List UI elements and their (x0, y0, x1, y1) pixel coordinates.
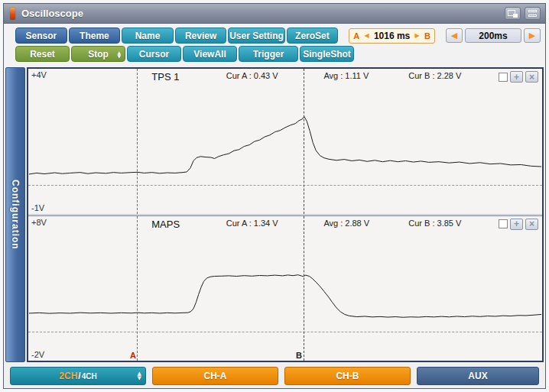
cursor-delta-value: 1016 ms (374, 31, 410, 41)
cursor-a-line[interactable] (137, 69, 138, 214)
app-icon (10, 8, 15, 20)
scope-panel-tps1: +4V -1V TPS 1 Cur A : 0.43 V Avg : 1.11 … (28, 69, 542, 214)
left-triangle-icon: ◀ (364, 32, 369, 39)
cursor-a-line[interactable] (137, 216, 138, 361)
cursor-b-readout: Cur B : 3.85 V (408, 219, 461, 228)
cursor-a-readout: Cur A : 0.43 V (226, 71, 278, 80)
channel-b-button[interactable]: CH-B (284, 367, 411, 385)
average-readout: Avg : 1.11 V (323, 71, 369, 80)
oscilloscope-window: Oscilloscope Sensor Theme Name Review Us… (3, 3, 546, 389)
window-layout-icon[interactable] (525, 7, 541, 20)
timebase-value: 200ms (465, 28, 521, 43)
user-setting-button[interactable]: User Setting (228, 28, 284, 44)
sensor-button[interactable]: Sensor (15, 28, 67, 44)
cursor-a-tag: A (353, 31, 359, 40)
trigger-button[interactable]: Trigger (239, 46, 298, 62)
channel-checkbox[interactable] (499, 73, 508, 82)
vmax-label: +8V (31, 218, 47, 227)
channel-a-button[interactable]: CH-A (152, 367, 278, 385)
channel-checkbox[interactable] (499, 219, 508, 228)
configuration-tab-label: Configuration (10, 180, 21, 250)
configuration-tab[interactable]: Configuration (5, 67, 25, 362)
channel-mode-button[interactable]: 2CH / 4CH ▲▼ (10, 367, 146, 385)
cursor-b-readout: Cur B : 2.28 V (408, 71, 461, 80)
spinner-arrows-icon: ▲▼ (138, 371, 141, 381)
channel-name: MAPS (151, 219, 180, 230)
average-readout: Avg : 2.88 V (323, 219, 369, 228)
zeroset-button[interactable]: ZeroSet (287, 28, 339, 44)
scope-panels: +4V -1V TPS 1 Cur A : 0.43 V Avg : 1.11 … (27, 67, 544, 362)
close-icon[interactable]: × (525, 71, 538, 83)
expand-icon[interactable]: + (510, 71, 523, 83)
zero-volt-line (28, 185, 542, 186)
vmax-label: +4V (31, 70, 47, 79)
screen-capture-icon[interactable] (505, 7, 521, 20)
timebase-increase-button[interactable]: ▶ (524, 28, 541, 43)
spinner-arrows-icon: ▲▼ (117, 50, 121, 58)
timebase-control: ◀ 200ms ▶ (446, 28, 541, 43)
vmin-label: -1V (31, 203, 44, 212)
maps-waveform (28, 216, 542, 361)
review-button[interactable]: Review (175, 28, 227, 44)
viewall-button[interactable]: ViewAll (183, 46, 237, 62)
expand-icon[interactable]: + (510, 219, 523, 230)
cursor-b-marker: B (296, 351, 302, 360)
cursor-a-marker: A (130, 351, 136, 360)
mode-4ch-label: 4CH (82, 372, 97, 381)
timebase-decrease-button[interactable]: ◀ (446, 28, 463, 43)
singleshot-button[interactable]: SingleShot (300, 46, 354, 62)
scope-panel-maps: +8V -2V MAPS Cur A : 1.34 V Avg : 2.88 V… (28, 215, 542, 361)
cursor-delta-readout: A ◀ 1016 ms ▶ B (349, 28, 435, 44)
cursor-b-line[interactable] (304, 69, 304, 214)
cursor-b-tag: B (424, 31, 430, 40)
cursor-button[interactable]: Cursor (127, 46, 181, 62)
aux-button[interactable]: AUX (417, 367, 539, 385)
right-triangle-icon: ▶ (415, 32, 420, 39)
toolbar: Sensor Theme Name Review User Setting Ze… (4, 24, 545, 67)
reset-button[interactable]: Reset (15, 46, 70, 62)
close-icon[interactable]: × (525, 219, 538, 230)
vmin-label: -2V (31, 350, 44, 359)
zero-volt-line (28, 332, 542, 332)
name-button[interactable]: Name (122, 28, 174, 44)
window-title: Oscilloscope (21, 8, 83, 19)
title-bar: Oscilloscope (4, 4, 545, 24)
cursor-a-readout: Cur A : 1.34 V (226, 219, 278, 228)
channel-bar: 2CH / 4CH ▲▼ CH-A CH-B AUX (4, 364, 545, 388)
mode-2ch-label: 2CH (59, 371, 77, 381)
stop-button[interactable]: Stop ▲▼ (71, 46, 125, 62)
tps1-waveform (28, 69, 542, 214)
main-area: Configuration +4V -1V TPS 1 Cur A : 0.43… (5, 67, 544, 362)
theme-button[interactable]: Theme (69, 28, 121, 44)
channel-name: TPS 1 (151, 71, 179, 83)
cursor-b-line[interactable] (304, 216, 304, 361)
stop-button-label: Stop (88, 49, 109, 60)
